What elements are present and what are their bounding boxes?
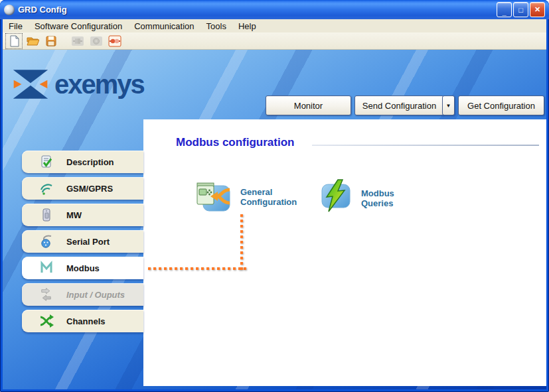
sidebar-item-label: Modbus	[66, 263, 100, 273]
brand-logo: exemys	[12, 68, 144, 100]
sidebar-item-modbus[interactable]: Modbus	[22, 257, 143, 279]
app-icon	[4, 5, 15, 15]
sidebar-item-label: GSM/GPRS	[66, 184, 113, 194]
maximize-button[interactable]: □	[513, 2, 528, 17]
app-window: GRD Config _ □ ✕ File Software Configura…	[0, 0, 549, 392]
general-configuration-item[interactable]: General Configuration	[195, 178, 297, 214]
connector-dotted-line-vertical	[240, 214, 243, 270]
channels-shuffle-icon	[39, 314, 54, 328]
main-area: exemys Monitor Send Configuration ▼ Get …	[3, 50, 546, 389]
window-title: GRD Config	[18, 5, 495, 15]
maximize-icon: □	[518, 6, 523, 14]
checklist-icon	[39, 155, 54, 169]
save-floppy-icon	[44, 34, 58, 48]
sidebar-item-label: Channels	[66, 316, 106, 326]
save-button[interactable]	[42, 33, 60, 49]
menu-tools[interactable]: Tools	[200, 20, 232, 33]
monitor-button[interactable]: Monitor	[266, 96, 351, 115]
menu-file[interactable]: File	[3, 20, 29, 33]
close-icon: ✕	[534, 5, 540, 14]
title-bar: GRD Config _ □ ✕	[0, 0, 549, 19]
sidebar-item-gsm-gprs[interactable]: GSM/GPRS	[22, 177, 143, 200]
menu-communication[interactable]: Communication	[128, 20, 200, 33]
disconnect-button[interactable]	[106, 33, 123, 49]
input-output-arrows-icon	[39, 287, 54, 302]
device-icon	[39, 208, 54, 222]
modbus-queries-label: Modbus Queries	[361, 188, 394, 208]
general-configuration-label: General Configuration	[240, 187, 297, 207]
sidebar-item-description[interactable]: Description	[22, 151, 143, 173]
new-file-icon	[7, 34, 21, 48]
serial-connector-icon	[39, 234, 54, 249]
minimize-button[interactable]: _	[497, 2, 512, 17]
connect-plug-icon	[71, 34, 84, 48]
disconnect-plug-icon	[108, 34, 121, 48]
new-file-button[interactable]	[5, 33, 23, 49]
open-folder-icon	[26, 34, 39, 48]
minimize-icon: _	[502, 8, 506, 16]
connection-settings-icon	[90, 34, 103, 48]
plc-general-config-icon	[195, 178, 231, 214]
section-divider	[312, 145, 539, 146]
open-button[interactable]	[24, 33, 41, 49]
connector-dotted-line-horizontal	[148, 267, 246, 270]
menu-software-configuration[interactable]: Software Configuration	[29, 20, 128, 33]
sidebar-item-serial-port[interactable]: Serial Port	[22, 230, 143, 253]
connection-settings-button	[88, 33, 105, 49]
menu-bar: File Software Configuration Communicatio…	[3, 19, 546, 33]
sidebar-item-label: Description	[66, 157, 114, 167]
close-button[interactable]: ✕	[530, 2, 545, 17]
get-configuration-button[interactable]: Get Configuration	[458, 96, 544, 115]
logo-text: exemys	[54, 71, 144, 98]
modbus-queries-item[interactable]: Modbus Queries	[320, 179, 394, 212]
toolbar	[3, 33, 546, 50]
page-title: Modbus configuration	[176, 136, 294, 149]
send-configuration-button[interactable]: Send Configuration	[354, 96, 444, 115]
sidebar-item-input-outputs: Input / Ouputs	[22, 283, 143, 306]
exemys-logo-icon	[12, 68, 49, 100]
send-configuration-dropdown[interactable]: ▼	[442, 96, 455, 115]
sidebar-item-label: Input / Ouputs	[66, 290, 125, 300]
chevron-down-icon: ▼	[446, 103, 451, 109]
menu-help[interactable]: Help	[232, 20, 262, 33]
sidebar-item-label: MW	[66, 210, 82, 220]
sidebar-item-channels[interactable]: Channels	[22, 310, 143, 332]
sidebar-item-mw[interactable]: MW	[22, 204, 143, 226]
content-panel: Modbus configuration	[143, 119, 546, 386]
sidebar-item-label: Serial Port	[66, 237, 110, 247]
modbus-m-icon	[39, 261, 54, 275]
lightning-queries-icon	[320, 179, 352, 212]
connect-button	[69, 33, 86, 49]
signal-icon	[39, 181, 54, 196]
